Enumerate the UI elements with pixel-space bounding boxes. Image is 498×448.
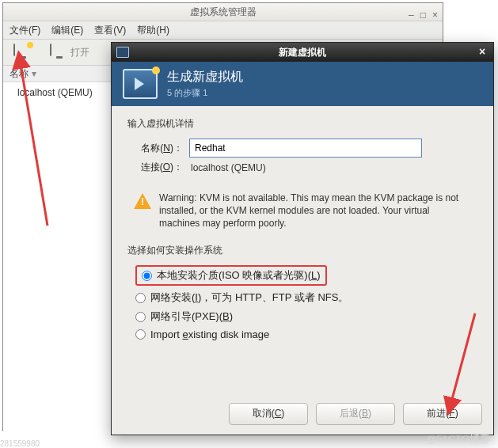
- menu-edit[interactable]: 编辑(E): [51, 24, 83, 37]
- open-label: 打开: [70, 46, 89, 59]
- forward-button[interactable]: 前进(F): [403, 403, 482, 425]
- new-vm-icon: [13, 44, 31, 60]
- radio-local-label: 本地安装介质(ISO 映像或者光驱)(L): [157, 268, 321, 283]
- name-label: 名称(N)：: [127, 142, 183, 155]
- radio-local-iso[interactable]: [142, 271, 152, 281]
- menu-help[interactable]: 帮助(H): [137, 24, 169, 37]
- main-title: 虚拟系统管理器: [190, 6, 257, 17]
- radio-import-label: Import existing disk image: [150, 328, 269, 340]
- radio-pxe[interactable]: [135, 312, 146, 322]
- dialog-app-icon: [116, 47, 129, 58]
- radio-pxe-label: 网络引导(PXE)(B): [150, 309, 233, 324]
- dialog-button-row: 取消(C) 后退(B) 前进(F): [229, 403, 482, 425]
- open-vm-button[interactable]: 打开: [44, 42, 95, 63]
- radio-network-install[interactable]: [135, 293, 146, 303]
- warning-text: Warning: KVM is not available. This may …: [159, 192, 471, 230]
- dialog-title: 新建虚拟机: [279, 46, 326, 59]
- open-vm-icon: [50, 44, 67, 60]
- dialog-close-icon[interactable]: ×: [476, 45, 488, 58]
- minimize-icon[interactable]: –: [409, 6, 414, 24]
- banner-vm-icon: [123, 69, 158, 99]
- install-method-group: 本地安装介质(ISO 映像或者光驱)(L) 网络安装(I)，可为 HTTP、FT…: [135, 265, 477, 340]
- connection-label: 连接(O)：: [127, 161, 183, 174]
- close-icon[interactable]: ×: [432, 6, 438, 24]
- vm-name-input[interactable]: [189, 139, 422, 158]
- banner-step: 5 的步骤 1: [167, 87, 243, 99]
- warning-icon: [134, 193, 151, 209]
- back-button: 后退(B): [316, 403, 395, 425]
- main-titlebar: 虚拟系统管理器 – □ ×: [3, 3, 443, 21]
- connection-value: localhost (QEMU): [189, 162, 266, 173]
- menu-file[interactable]: 文件(F): [10, 24, 40, 37]
- new-vm-button[interactable]: [8, 42, 36, 63]
- menu-view[interactable]: 查看(V): [94, 24, 126, 37]
- maximize-icon[interactable]: □: [420, 6, 426, 24]
- radio-network-label: 网络安装(I)，可为 HTTP、FTP 或者 NFS。: [150, 290, 348, 305]
- banner-title: 生成新虚拟机: [167, 69, 243, 85]
- kvm-warning: Warning: KVM is not available. This may …: [134, 192, 471, 230]
- section-vm-details: 输入虚拟机详情: [127, 117, 477, 131]
- section-install-method: 选择如何安装操作系统: [127, 244, 477, 257]
- menu-bar: 文件(F) 编辑(E) 查看(V) 帮助(H): [3, 21, 443, 40]
- radio-import-disk[interactable]: [135, 329, 146, 340]
- sort-icon: ▾: [32, 68, 36, 79]
- cancel-button[interactable]: 取消(C): [229, 403, 308, 425]
- blog-id: 281559980: [0, 439, 40, 448]
- dialog-banner: 生成新虚拟机 5 的步骤 1: [112, 62, 493, 106]
- col-name-label: 名称: [10, 67, 29, 81]
- new-vm-dialog: 新建虚拟机 × 生成新虚拟机 5 的步骤 1 输入虚拟机详情 名称(N)： 连接…: [111, 42, 494, 435]
- watermark: @51CTO博客: [426, 432, 490, 446]
- dialog-titlebar: 新建虚拟机 ×: [112, 43, 493, 62]
